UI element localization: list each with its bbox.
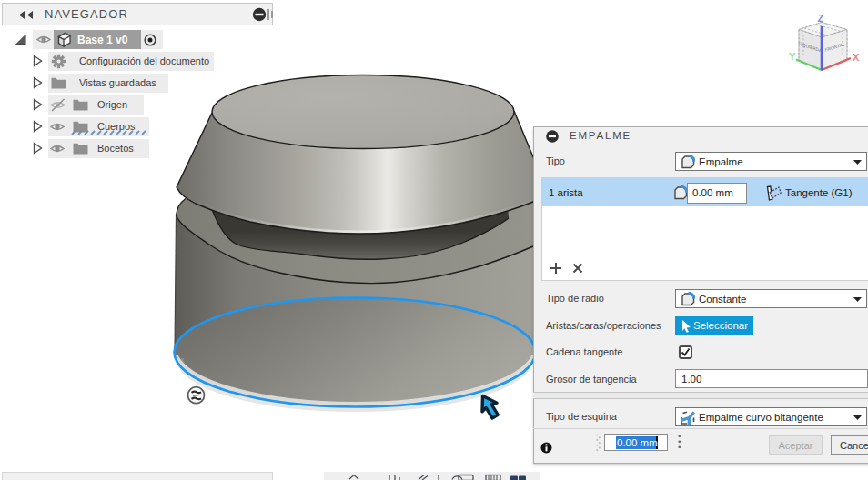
svg-text:Y: Y (789, 51, 796, 62)
svg-text:X: X (853, 52, 860, 63)
svg-text:Z: Z (818, 13, 824, 24)
